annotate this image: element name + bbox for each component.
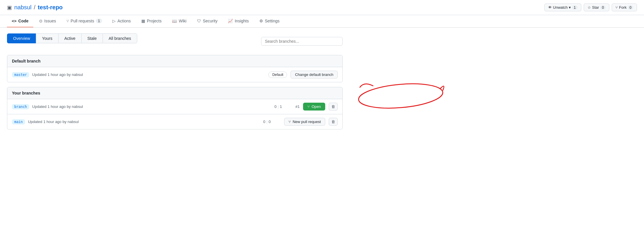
branch-tag-branch[interactable]: branch bbox=[12, 104, 29, 109]
default-branch-actions: Default Change default branch bbox=[268, 71, 338, 79]
svg-point-0 bbox=[358, 81, 444, 111]
tab-projects[interactable]: ▦ Projects bbox=[137, 15, 166, 27]
branch-row-branch: branch Updated 1 hour ago by nabsul 0 | … bbox=[7, 99, 342, 114]
tab-issues[interactable]: ⊙ Issues bbox=[34, 15, 61, 27]
wiki-icon: 📖 bbox=[172, 19, 177, 23]
branch-filter-tabs: Overview Yours Active Stale All branches bbox=[7, 33, 137, 43]
branch-pr-count: 0 | 1 bbox=[275, 104, 292, 109]
unwatch-count: 1 bbox=[572, 6, 578, 10]
fork-count: 0 bbox=[628, 6, 633, 10]
your-branches-section: Your branches branch Updated 1 hour ago … bbox=[7, 87, 343, 129]
star-label: Star bbox=[592, 5, 599, 10]
filter-tab-stale[interactable]: Stale bbox=[81, 33, 103, 43]
pr-icon: ⑂ bbox=[66, 19, 69, 23]
default-branch-row: master Updated 1 hour ago by nabsul Defa… bbox=[7, 67, 342, 82]
security-icon: 🛡 bbox=[197, 19, 201, 23]
pr-badge: 1 bbox=[96, 19, 102, 23]
fork-button[interactable]: ⑂ Fork 0 bbox=[612, 3, 637, 11]
filter-search-row: Overview Yours Active Stale All branches bbox=[7, 33, 343, 49]
branch-row-main: main Updated 1 hour ago by nabsul 0 | 0 … bbox=[7, 114, 342, 129]
master-branch-meta: Updated 1 hour ago by nabsul bbox=[32, 72, 83, 77]
default-branch-header: Default branch bbox=[7, 55, 342, 67]
new-pr-icon: ⑂ bbox=[288, 120, 291, 124]
tab-actions[interactable]: ▷ Actions bbox=[108, 15, 136, 27]
delete-branch-button-main[interactable]: 🗑 bbox=[329, 118, 338, 126]
repo-icon: ▣ bbox=[7, 4, 12, 11]
pr-divider-main: | bbox=[266, 120, 267, 124]
delete-branch-button-branch[interactable]: 🗑 bbox=[329, 103, 338, 111]
tab-settings[interactable]: ⚙ Settings bbox=[255, 15, 284, 27]
repo-name[interactable]: test-repo bbox=[38, 4, 63, 11]
default-badge: Default bbox=[268, 72, 287, 78]
branch-pr-number: #1 bbox=[295, 104, 300, 109]
star-button[interactable]: ☆ Star 0 bbox=[584, 3, 610, 11]
star-icon: ☆ bbox=[587, 5, 591, 10]
master-branch-tag[interactable]: master bbox=[12, 72, 29, 77]
open-pr-button[interactable]: ⑂ Open bbox=[303, 103, 325, 111]
nav-tabs: <> Code ⊙ Issues ⑂ Pull requests 1 ▷ Act… bbox=[0, 15, 644, 28]
repo-owner[interactable]: nabsul bbox=[14, 4, 31, 11]
main-content: Overview Yours Active Stale All branches bbox=[0, 28, 350, 140]
default-branch-section: Default branch master Updated 1 hour ago… bbox=[7, 55, 343, 82]
fork-label: Fork bbox=[619, 5, 627, 10]
code-icon: <> bbox=[12, 19, 17, 23]
repo-separator: / bbox=[34, 4, 36, 11]
chevron-down-icon: ▾ bbox=[569, 5, 571, 10]
unwatch-button[interactable]: 👁 Unwatch ▾ 1 bbox=[544, 3, 581, 11]
branch-meta-main: Updated 1 hour ago by nabsul bbox=[28, 120, 79, 124]
pr-open-icon: ⑂ bbox=[307, 104, 310, 109]
tab-pull-requests[interactable]: ⑂ Pull requests 1 bbox=[62, 15, 107, 27]
tab-code[interactable]: <> Code bbox=[7, 15, 33, 27]
insights-icon: 📈 bbox=[228, 19, 233, 23]
top-actions: 👁 Unwatch ▾ 1 ☆ Star 0 ⑂ Fork 0 bbox=[544, 3, 637, 11]
tab-wiki[interactable]: 📖 Wiki bbox=[167, 15, 191, 27]
change-default-branch-button[interactable]: Change default branch bbox=[291, 71, 338, 79]
filter-tab-yours[interactable]: Yours bbox=[36, 33, 58, 43]
branch-meta-branch: Updated 1 hour ago by nabsul bbox=[32, 104, 83, 109]
settings-icon: ⚙ bbox=[259, 19, 263, 23]
search-input[interactable] bbox=[261, 37, 343, 46]
tab-security[interactable]: 🛡 Security bbox=[192, 15, 222, 27]
projects-icon: ▦ bbox=[141, 19, 145, 23]
pr-divider: | bbox=[278, 104, 279, 109]
star-count: 0 bbox=[600, 6, 606, 10]
trash-icon-main: 🗑 bbox=[331, 120, 335, 124]
trash-icon: 🗑 bbox=[331, 104, 335, 109]
new-pr-button[interactable]: ⑂ New pull request bbox=[284, 118, 325, 126]
branch-actions-branch: 0 | 1 #1 ⑂ Open 🗑 bbox=[275, 103, 338, 111]
fork-icon: ⑂ bbox=[615, 5, 618, 10]
eye-icon: 👁 bbox=[548, 5, 552, 10]
branch-tag-main[interactable]: main bbox=[12, 119, 25, 124]
main-pr-count: 0 | 0 bbox=[263, 120, 281, 124]
filter-tab-active[interactable]: Active bbox=[58, 33, 81, 43]
actions-icon: ▷ bbox=[112, 19, 116, 23]
unwatch-label: Unwatch bbox=[553, 5, 568, 10]
branch-actions-main: 0 | 0 ⑂ New pull request 🗑 bbox=[263, 118, 338, 126]
issues-icon: ⊙ bbox=[39, 19, 43, 23]
filter-tab-all-branches[interactable]: All branches bbox=[103, 33, 137, 43]
tab-insights[interactable]: 📈 Insights bbox=[223, 15, 253, 27]
your-branches-header: Your branches bbox=[7, 87, 342, 99]
filter-tab-overview[interactable]: Overview bbox=[7, 33, 36, 43]
repo-title: ▣ nabsul / test-repo bbox=[7, 4, 63, 11]
